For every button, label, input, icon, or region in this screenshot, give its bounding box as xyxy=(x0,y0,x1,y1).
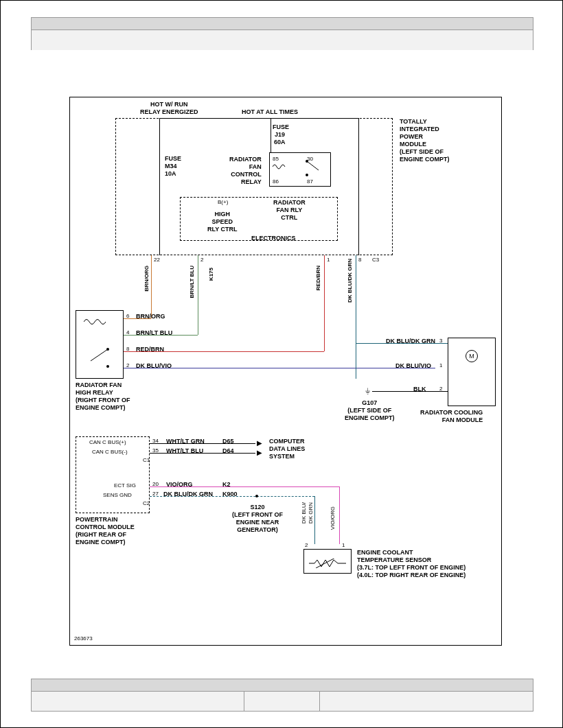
wire-dkbludkgrn-h: DK BLU/DK GRN xyxy=(386,338,435,345)
footer-cell-2 xyxy=(244,692,320,711)
wire-dkbluvio-hline xyxy=(124,368,435,368)
arrow-1: ▶ xyxy=(257,439,262,447)
high-relay-coil-icon xyxy=(84,317,111,327)
svg-point-5 xyxy=(106,365,109,368)
wire-whtltgrn: WHT/LT GRN xyxy=(166,438,205,445)
high-relay-contact-icon xyxy=(84,346,115,371)
footer-row xyxy=(32,692,533,711)
ect-pin-2: 2 xyxy=(305,542,308,549)
pcm-label: POWERTRAIN CONTROL MODULE (RIGHT REAR OF… xyxy=(76,516,135,546)
relay-label: RADIATOR FAN CONTROL RELAY xyxy=(229,156,262,186)
footer-cell-1 xyxy=(32,692,244,711)
fuse-j19-amp: 60A xyxy=(274,139,286,146)
ect-wire2-v: VIO/ORG xyxy=(330,506,336,530)
pin-8a: 8 xyxy=(358,257,361,263)
ground-icon: ⏚ xyxy=(365,386,370,395)
c3-label: C3 xyxy=(372,257,379,263)
wire-brnorg-hline xyxy=(124,318,151,319)
svg-point-2 xyxy=(306,174,308,176)
can-plus-label: CAN C BUS(+) xyxy=(89,439,126,446)
pin-86: 86 xyxy=(273,178,279,185)
ect-wire1-v: DK BLU/ DK GRN xyxy=(301,502,314,524)
fan-module-label: RADIATOR COOLING FAN MODULE xyxy=(420,409,483,424)
page-container: HOT W/ RUN RELAY ENERGIZED HOT AT ALL TI… xyxy=(0,0,563,728)
k175-label: K175 xyxy=(207,268,215,281)
ect-sensor-label: ENGINE COOLANT TEMPERATURE SENSOR (3.7L:… xyxy=(357,549,466,579)
arrow-2: ▶ xyxy=(257,449,262,456)
svg-line-3 xyxy=(91,349,108,361)
wire-red-brn-line xyxy=(324,255,325,351)
wire-brn-ltblu-v: BRN/LT BLU xyxy=(188,266,196,298)
tipm-label: TOTALLY INTEGRATED POWER MODULE (LEFT SI… xyxy=(400,118,450,163)
k2-label: K2 xyxy=(222,481,231,489)
d64-label: D64 xyxy=(222,447,234,455)
wire-dkblu-dkgrn-v: DK BLU/DK GRN xyxy=(346,259,354,303)
relay-contact-icon xyxy=(303,158,324,178)
pin-1-fan: 1 xyxy=(439,362,442,369)
fuse-j19-num: J19 xyxy=(275,131,285,139)
wire-dkbludkgrn-hline2 xyxy=(356,343,448,344)
wire-dkbludkgrn-vpart xyxy=(356,343,356,379)
header-bar xyxy=(31,17,533,50)
motor-icon: M xyxy=(466,350,478,362)
can-minus-label: CAN C BUS(-) xyxy=(92,449,128,456)
ect-label: ECT SIG xyxy=(114,482,136,489)
svg-line-0 xyxy=(307,161,319,170)
wire-brnorg-h: BRN/ORG xyxy=(136,313,165,320)
tipm-h-top xyxy=(159,118,358,119)
d65-label: D65 xyxy=(222,438,234,445)
wire-whtltgrn-line xyxy=(150,443,255,444)
wire-vioorg-line xyxy=(150,486,339,487)
wire-brnltblu-hline xyxy=(124,335,198,336)
wire-dkbludkgrn2: DK BLU/DK GRN xyxy=(163,491,213,498)
wire-whtltblu-line xyxy=(150,453,255,454)
wire-dkbludkgrn2-line xyxy=(150,496,314,497)
electronics-label: ELECTRONICS xyxy=(251,235,296,242)
footer-bar xyxy=(31,679,533,712)
g107-label: G107 (LEFT SIDE OF ENGINE COMPT) xyxy=(345,399,395,422)
pin-22: 22 xyxy=(154,257,160,263)
splice-dot xyxy=(255,495,258,497)
header-top xyxy=(32,18,533,30)
pin-85: 85 xyxy=(273,156,279,163)
relay-coil-icon xyxy=(273,163,286,171)
hot-run-label: HOT W/ RUN RELAY ENERGIZED xyxy=(140,101,198,116)
wiring-diagram: HOT W/ RUN RELAY ENERGIZED HOT AT ALL TI… xyxy=(69,97,502,646)
svg-point-4 xyxy=(106,348,109,351)
wire-redbrn-h: RED/BRN xyxy=(136,346,164,353)
c2-label: C2 xyxy=(143,500,150,507)
wire-blk-h: BLK xyxy=(413,386,426,393)
wire-red-brn-v: RED/BRN xyxy=(314,266,322,290)
footer-top xyxy=(32,679,533,692)
wire-brn-ltblu-line xyxy=(198,255,198,335)
wire-brn-org-line xyxy=(151,255,152,318)
tipm-v1 xyxy=(159,118,160,255)
header-bottom xyxy=(32,30,533,50)
wire-vioorg: VIO/ORG xyxy=(166,481,193,489)
fan-rly-ctrl-label: RADIATOR FAN RLY CTRL xyxy=(273,199,306,222)
wire-redbrn-hline xyxy=(124,351,324,352)
k900-label: K900 xyxy=(222,491,238,498)
tipm-v2 xyxy=(271,118,271,152)
hot-always-label: HOT AT ALL TIMES xyxy=(242,108,298,116)
c1-label: C1 xyxy=(143,457,150,464)
datalines-label: COMPUTER DATA LINES SYSTEM xyxy=(269,438,305,460)
ect-pin-1: 1 xyxy=(342,542,345,549)
footer-cell-3 xyxy=(320,692,533,711)
pin-2a: 2 xyxy=(200,257,203,263)
hs-rly-label: HIGH SPEED RLY CTRL xyxy=(207,211,238,233)
sens-gnd-label: SENS GND xyxy=(103,492,132,499)
wire-dkbluvio-h2: DK BLU/VIO xyxy=(395,362,431,370)
tipm-v3 xyxy=(358,118,359,255)
wire-ect-v1 xyxy=(314,496,315,544)
fan-module-box xyxy=(448,338,496,406)
svg-point-1 xyxy=(306,160,308,163)
high-relay-label: RADIATOR FAN HIGH RELAY (RIGHT FRONT OF … xyxy=(76,381,130,412)
pin-1a: 1 xyxy=(327,257,330,263)
figure-id: 263673 xyxy=(74,635,93,642)
s120-label: S120 (LEFT FRONT OF ENGINE NEAR GENERATO… xyxy=(232,504,283,534)
b-plus-label: B(+) xyxy=(218,199,228,206)
wire-dkbluvio-h: DK BLU/VIO xyxy=(136,362,172,370)
wire-ect-v2 xyxy=(339,486,340,544)
wire-whtltblu: WHT/LT BLU xyxy=(166,447,203,455)
